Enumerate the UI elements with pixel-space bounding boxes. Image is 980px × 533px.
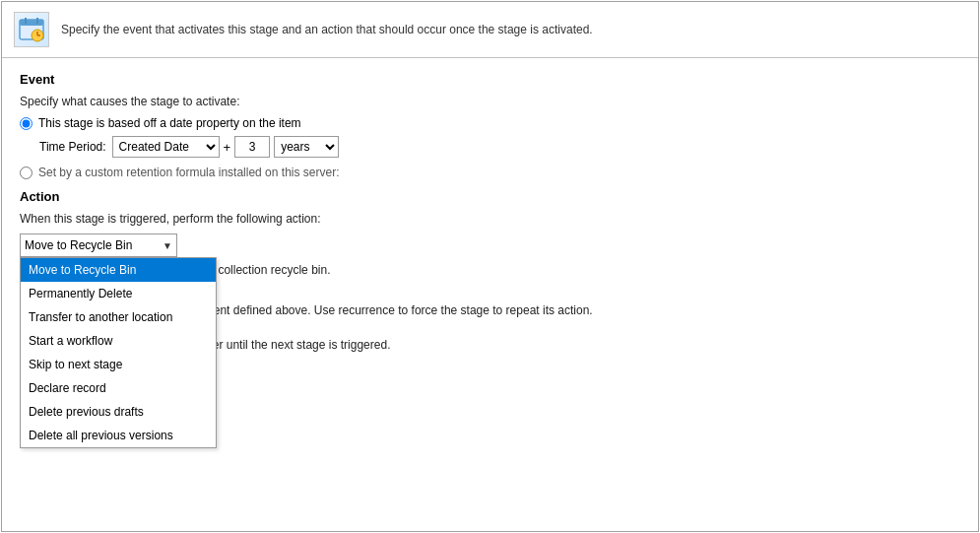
dropdown-item-start-workflow[interactable]: Start a workflow (21, 329, 216, 353)
dropdown-item-declare-record[interactable]: Declare record (21, 376, 216, 400)
time-period-label: Time Period: (39, 140, 106, 154)
action-dropdown-container: Move to Recycle Bin ▼ Move to Recycle Bi… (20, 233, 177, 257)
dropdown-item-skip-next-stage[interactable]: Skip to next stage (21, 353, 216, 376)
action-title: Action (20, 189, 960, 204)
dropdown-item-delete-drafts[interactable]: Delete previous drafts (21, 400, 216, 424)
dropdown-item-permanently-delete[interactable]: Permanently Delete (21, 282, 216, 305)
date-field-select[interactable]: Created Date Modified Date Expiration Da… (112, 136, 220, 158)
action-dropdown-value: Move to Recycle Bin (25, 238, 132, 252)
period-unit-select[interactable]: years months days (274, 136, 339, 158)
radio-custom-formula-label: Set by a custom retention formula instal… (38, 166, 339, 179)
event-specify-label: Specify what causes the stage to activat… (20, 95, 960, 108)
radio-date-property-row: This stage is based off a date property … (20, 116, 960, 130)
radio-date-property[interactable] (20, 117, 33, 130)
dropdown-item-delete-versions[interactable]: Delete all previous versions (21, 424, 216, 447)
header-section: Specify the event that activates this st… (2, 2, 978, 58)
dropdown-item-transfer-location[interactable]: Transfer to another location (21, 305, 216, 329)
content-section: Event Specify what causes the stage to a… (2, 58, 978, 531)
action-dropdown-menu: Move to Recycle Bin Permanently Delete T… (20, 257, 217, 448)
dropdown-arrow-icon: ▼ (163, 240, 172, 251)
action-dropdown-trigger[interactable]: Move to Recycle Bin ▼ (20, 233, 177, 257)
radio-date-property-label: This stage is based off a date property … (38, 116, 301, 130)
radio-custom-formula-row: Set by a custom retention formula instal… (20, 166, 960, 179)
plus-sign: + (224, 140, 231, 155)
svg-rect-1 (20, 20, 43, 26)
action-desc: When this stage is triggered, perform th… (20, 212, 960, 226)
dropdown-item-move-recycle[interactable]: Move to Recycle Bin (21, 258, 216, 282)
event-title: Event (20, 72, 960, 87)
action-section: Action When this stage is triggered, per… (20, 189, 960, 277)
radio-custom-formula[interactable] (20, 167, 33, 179)
period-number-input[interactable] (234, 136, 270, 158)
time-period-row: Time Period: Created Date Modified Date … (39, 136, 960, 158)
header-icon (14, 12, 49, 47)
header-description: Specify the event that activates this st… (61, 23, 593, 36)
